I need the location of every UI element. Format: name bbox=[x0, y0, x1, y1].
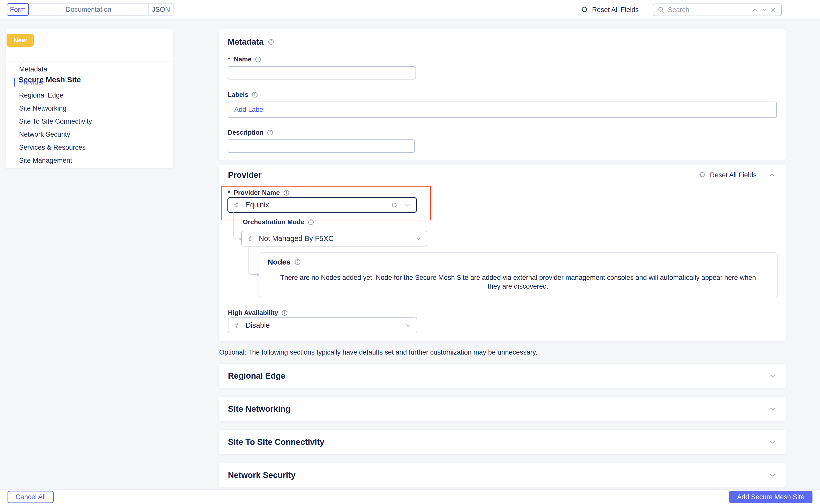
info-icon[interactable] bbox=[251, 91, 258, 98]
orchestration-mode-field-label: Orchestration Mode bbox=[243, 218, 314, 226]
required-mark: * bbox=[228, 55, 230, 63]
provider-section-title: Provider bbox=[228, 170, 262, 180]
section-title-text: Site Networking bbox=[228, 404, 290, 414]
search-box[interactable] bbox=[653, 4, 782, 16]
section-title: Regional Edge bbox=[228, 371, 285, 381]
chevron-up-icon bbox=[768, 171, 776, 179]
section-title-text: Network Security bbox=[228, 470, 296, 480]
active-indicator bbox=[14, 78, 15, 87]
chevron-down-icon[interactable] bbox=[404, 202, 411, 209]
sidebar-item-site-to-site-connectivity[interactable]: Site To Site Connectivity bbox=[6, 115, 173, 128]
view-mode-tabs: Form Documentation JSON bbox=[7, 3, 174, 16]
reset-icon bbox=[698, 171, 706, 179]
search-divider bbox=[747, 6, 747, 14]
chevron-down-icon[interactable] bbox=[405, 322, 412, 329]
field-connector bbox=[249, 247, 258, 275]
refresh-icon[interactable] bbox=[389, 200, 399, 210]
high-availability-label-text: High Availability bbox=[228, 309, 278, 317]
provider-reset-all-fields-button[interactable]: Reset All Fields bbox=[698, 171, 757, 179]
topbar: Form Documentation JSON Reset All Fields bbox=[0, 0, 820, 20]
labels-label-text: Labels bbox=[228, 91, 248, 99]
add-label-button[interactable]: Add Label bbox=[234, 106, 265, 114]
reset-all-fields-label: Reset All Fields bbox=[592, 6, 639, 14]
chevron-down-icon[interactable] bbox=[769, 438, 777, 446]
section-network-security[interactable]: Network Security bbox=[219, 463, 786, 488]
orchestration-mode-select[interactable]: Not Managed By F5XC bbox=[241, 231, 427, 246]
info-icon[interactable] bbox=[307, 219, 314, 226]
nodes-title-text: Nodes bbox=[268, 258, 291, 266]
info-icon[interactable] bbox=[255, 56, 262, 63]
tab-documentation[interactable]: Documentation bbox=[29, 3, 149, 16]
labels-box[interactable]: Add Label bbox=[228, 102, 777, 118]
section-title: Network Security bbox=[228, 470, 296, 480]
nodes-box: Nodes There are no Nodes added yet. Node… bbox=[259, 252, 778, 297]
name-label-text: Name bbox=[234, 55, 252, 63]
provider-header-controls: Reset All Fields bbox=[698, 170, 777, 180]
info-icon[interactable] bbox=[281, 309, 288, 316]
provider-name-field-label: * Provider Name bbox=[228, 189, 290, 197]
provider-collapse-button[interactable] bbox=[767, 170, 777, 180]
sidebar-item-metadata[interactable]: Metadata bbox=[6, 63, 173, 76]
search-input[interactable] bbox=[668, 6, 745, 14]
provider-name-highlight-box: * Provider Name Equ bbox=[221, 186, 431, 220]
description-input[interactable] bbox=[228, 139, 415, 153]
reset-icon bbox=[581, 6, 589, 14]
info-icon[interactable] bbox=[294, 259, 301, 266]
sidebar-item-label: Provider bbox=[19, 78, 44, 86]
section-regional-edge[interactable]: Regional Edge bbox=[219, 363, 786, 388]
branch-icon bbox=[233, 322, 241, 329]
labels-field-label: Labels bbox=[228, 91, 777, 99]
chevron-down-icon[interactable] bbox=[769, 405, 777, 413]
add-secure-mesh-site-button[interactable]: Add Secure Mesh Site bbox=[729, 491, 812, 503]
chevron-up-icon bbox=[752, 6, 759, 13]
field-connector bbox=[233, 212, 240, 239]
sidebar-item-regional-edge[interactable]: Regional Edge bbox=[6, 89, 173, 102]
search-next-button[interactable] bbox=[760, 5, 769, 14]
section-title-text: Site To Site Connectivity bbox=[228, 437, 324, 447]
section-site-networking[interactable]: Site Networking bbox=[219, 396, 786, 422]
high-availability-select[interactable]: Disable bbox=[228, 317, 417, 333]
tab-form[interactable]: Form bbox=[7, 3, 29, 16]
sidebar-item-site-management[interactable]: Site Management bbox=[6, 154, 173, 167]
sidebar: New Secure Mesh Site Metadata Provider R… bbox=[6, 29, 173, 169]
required-mark: * bbox=[228, 189, 230, 197]
section-title-text: Regional Edge bbox=[228, 371, 285, 381]
metadata-title-text: Metadata bbox=[228, 37, 264, 47]
chevron-down-icon[interactable] bbox=[415, 235, 422, 242]
metadata-section: Metadata * Name Labels Add Label bbox=[219, 29, 786, 161]
sidebar-item-services-resources[interactable]: Services & Resources bbox=[6, 141, 173, 154]
info-icon[interactable] bbox=[283, 189, 290, 196]
topbar-right: Reset All Fields bbox=[581, 0, 820, 20]
high-availability-select-controls bbox=[405, 322, 412, 329]
orchestration-mode-value: Not Managed By F5XC bbox=[259, 234, 334, 243]
search-prev-button[interactable] bbox=[751, 5, 760, 14]
sidebar-nav: Metadata Provider Regional Edge Site Net… bbox=[6, 63, 173, 167]
provider-section-header: Provider Reset All Fields bbox=[228, 170, 777, 180]
metadata-section-title: Metadata bbox=[228, 37, 777, 47]
sidebar-item-provider[interactable]: Provider bbox=[6, 76, 173, 89]
cancel-all-button[interactable]: Cancel All bbox=[8, 491, 54, 503]
sidebar-item-site-networking[interactable]: Site Networking bbox=[6, 102, 173, 115]
optional-note: Optional: The following sections typical… bbox=[219, 349, 786, 356]
chevron-down-icon[interactable] bbox=[769, 471, 777, 479]
reset-all-fields-button[interactable]: Reset All Fields bbox=[581, 6, 639, 14]
name-input[interactable] bbox=[228, 66, 416, 79]
provider-reset-all-label: Reset All Fields bbox=[710, 171, 757, 179]
provider-name-label-text: Provider Name bbox=[234, 189, 280, 197]
tab-json[interactable]: JSON bbox=[149, 3, 174, 16]
info-icon[interactable] bbox=[267, 129, 274, 136]
info-icon[interactable] bbox=[268, 38, 275, 45]
chevron-down-icon[interactable] bbox=[769, 372, 777, 380]
form-content: Metadata * Name Labels Add Label bbox=[219, 29, 786, 496]
nodes-title: Nodes bbox=[268, 258, 301, 266]
provider-select-controls bbox=[389, 200, 411, 210]
provider-name-select[interactable]: Equinix bbox=[227, 197, 417, 213]
search-clear-button[interactable] bbox=[769, 6, 777, 14]
sidebar-item-network-security[interactable]: Network Security bbox=[6, 128, 173, 141]
nodes-empty-message: There are no Nodes added yet. Node for t… bbox=[277, 273, 760, 291]
high-availability-value: Disable bbox=[245, 321, 270, 329]
sidebar-divider bbox=[6, 61, 173, 61]
close-icon bbox=[770, 7, 776, 13]
section-site-to-site-connectivity[interactable]: Site To Site Connectivity bbox=[219, 430, 786, 455]
name-field-label: * Name bbox=[228, 55, 777, 63]
